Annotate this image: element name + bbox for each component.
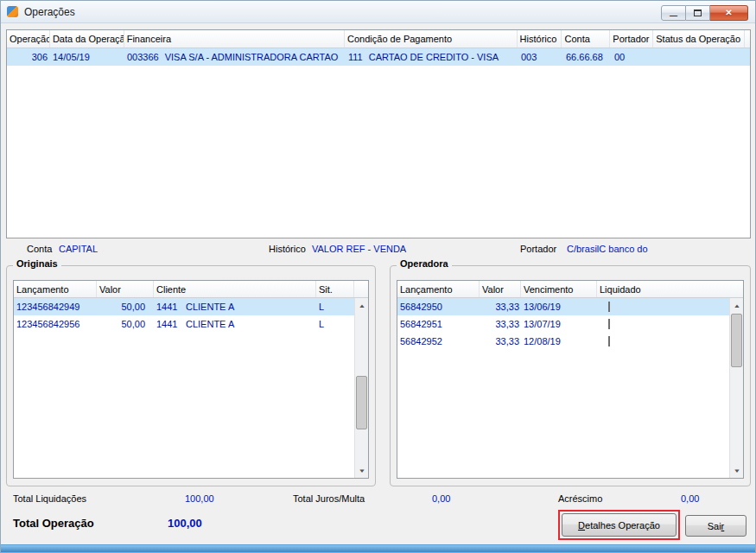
scroll-up-icon: ▲ <box>733 303 740 308</box>
cell-cliente-codigo: 1441 <box>156 319 186 329</box>
historico-label: Histórico <box>269 244 306 254</box>
column-header-status-operacao[interactable]: Status da Operação <box>653 30 745 48</box>
cell-condicao-codigo: 111 <box>348 52 363 62</box>
total-operacao-value: 100,00 <box>168 517 202 530</box>
operacoes-window: Operações — ✕ Operação Data da Operação … <box>0 0 756 553</box>
originais-table-body: 123456842949 50,00 1441CLIENTE A L 12345… <box>14 298 354 478</box>
total-juros-multa-value: 0,00 <box>432 493 450 504</box>
historico-value: VALOR REF - VENDA <box>312 244 406 254</box>
maximize-icon <box>694 10 702 16</box>
operation-row[interactable]: 306 14/05/19 003366VISA S/A - ADMINISTRA… <box>7 48 750 66</box>
column-header-valor[interactable]: Valor <box>480 281 521 297</box>
scrollbar-thumb[interactable] <box>356 376 367 429</box>
cell-financeira-codigo: 003366 <box>127 52 159 62</box>
close-button[interactable]: ✕ <box>710 5 748 21</box>
scroll-down-button[interactable]: ▼ <box>355 464 368 477</box>
maximize-button[interactable] <box>686 5 710 21</box>
cell-financeira: 003366VISA S/A - ADMINISTRADORA CARTAO <box>124 52 346 62</box>
conta-value: CAPITAL <box>59 244 98 254</box>
cell-lancamento: 56842951 <box>397 319 480 329</box>
operadora-table: Lançamento Valor Vencimento Liquidado 56… <box>397 280 744 479</box>
sair-label-accel: r <box>721 521 725 531</box>
cell-data-operacao: 14/05/19 <box>50 52 124 62</box>
selection-info-line: Conta CAPITAL Histórico VALOR REF - VEND… <box>1 244 755 257</box>
cell-valor: 33,33 <box>480 319 521 329</box>
cell-cliente-codigo: 1441 <box>156 302 186 312</box>
cell-condicao-pagamento: 111CARTAO DE CREDITO - VISA <box>346 52 518 62</box>
operations-table-header: Operação Data da Operação Financeira Con… <box>7 30 750 48</box>
cell-valor: 50,00 <box>97 302 154 312</box>
cell-sit: L <box>316 319 354 329</box>
column-header-lancamento[interactable]: Lançamento <box>14 281 97 297</box>
scroll-down-icon: ▼ <box>733 468 740 474</box>
column-header-historico[interactable]: Histórico <box>518 30 562 48</box>
liquidado-checkbox[interactable] <box>608 319 610 329</box>
originais-caption: Originais <box>13 258 61 269</box>
operadora-row[interactable]: 56842951 33,33 13/07/19 <box>397 315 729 333</box>
cell-financeira-nome: VISA S/A - ADMINISTRADORA CARTAO <box>165 52 339 62</box>
operations-table: Operação Data da Operação Financeira Con… <box>6 29 751 238</box>
cell-lancamento: 56842950 <box>397 302 480 312</box>
originais-row[interactable]: 123456842949 50,00 1441CLIENTE A L <box>14 298 354 315</box>
detalhes-operacao-button[interactable]: Detalhes Operação <box>562 513 677 537</box>
scroll-up-button[interactable]: ▲ <box>355 299 368 312</box>
cell-condicao-nome: CARTAO DE CREDITO - VISA <box>369 52 499 62</box>
operadora-row[interactable]: 56842952 33,33 12/08/19 <box>397 333 729 350</box>
detalhes-label-accel: D <box>578 520 585 531</box>
cell-conta: 66.66.68 <box>563 52 612 62</box>
originais-row[interactable]: 123456842956 50,00 1441CLIENTE A L <box>14 315 354 333</box>
cell-liquidado <box>597 302 729 312</box>
conta-label: Conta <box>27 244 52 254</box>
window-controls: — ✕ <box>661 5 748 21</box>
originais-groupbox: Originais Lançamento Valor Cliente Sit. … <box>6 265 376 486</box>
column-header-lancamento[interactable]: Lançamento <box>397 281 480 297</box>
column-header-financeira[interactable]: Financeira <box>124 30 345 48</box>
cell-historico: 003 <box>518 52 563 62</box>
column-header-conta[interactable]: Conta <box>562 30 610 48</box>
column-header-condicao-pagamento[interactable]: Condição de Pagamento <box>345 30 518 48</box>
total-liquidacoes-label: Total Liquidações <box>13 493 86 504</box>
column-header-data-operacao[interactable]: Data da Operação <box>50 30 124 48</box>
cell-lancamento: 56842952 <box>397 336 480 346</box>
sair-label-pre: Sai <box>708 521 721 531</box>
originais-vertical-scrollbar[interactable]: ▲ ▼ <box>354 298 368 478</box>
minimize-button[interactable]: — <box>661 5 686 21</box>
titlebar[interactable]: Operações — ✕ <box>1 1 755 23</box>
column-header-vencimento[interactable]: Vencimento <box>521 281 597 297</box>
scroll-up-button[interactable]: ▲ <box>730 299 743 312</box>
scrollbar-thumb[interactable] <box>731 314 742 367</box>
column-header-portador[interactable]: Portador <box>610 30 653 48</box>
originais-table-header: Lançamento Valor Cliente Sit. <box>14 281 368 298</box>
cell-valor: 50,00 <box>97 319 154 329</box>
cell-lancamento: 123456842949 <box>14 302 97 312</box>
cell-valor: 33,33 <box>480 302 521 312</box>
cell-vencimento: 12/08/19 <box>521 336 597 346</box>
liquidado-checkbox[interactable] <box>608 336 610 346</box>
scroll-down-button[interactable]: ▼ <box>730 464 743 477</box>
cell-cliente-nome: CLIENTE A <box>186 302 234 312</box>
cell-operacao: 306 <box>7 52 50 62</box>
minimize-icon: — <box>670 11 677 20</box>
cell-liquidado <box>597 336 729 346</box>
total-juros-multa-label: Total Juros/Multa <box>293 493 365 504</box>
liquidado-checkbox[interactable] <box>608 302 610 312</box>
column-header-cliente[interactable]: Cliente <box>154 281 316 297</box>
acrescimo-label: Acréscimo <box>558 493 602 504</box>
cell-valor: 33,33 <box>480 336 521 346</box>
detalhes-label-post: etalhes Operação <box>585 520 660 531</box>
operadora-row[interactable]: 56842950 33,33 13/06/19 <box>397 298 729 315</box>
column-header-valor[interactable]: Valor <box>97 281 154 297</box>
operadora-groupbox: Operadora Lançamento Valor Vencimento Li… <box>390 265 751 486</box>
window-title: Operações <box>24 6 75 18</box>
sair-button[interactable]: Sair <box>685 515 746 537</box>
column-header-operacao[interactable]: Operação <box>7 30 50 48</box>
column-header-sit[interactable]: Sit. <box>316 281 354 297</box>
total-operacao-label: Total Operação <box>13 517 94 530</box>
cell-sit: L <box>316 302 354 312</box>
acrescimo-value: 0,00 <box>681 493 699 504</box>
scroll-down-icon: ▼ <box>358 468 365 474</box>
cell-cliente-nome: CLIENTE A <box>186 319 234 329</box>
operadora-vertical-scrollbar[interactable]: ▲ ▼ <box>729 298 743 478</box>
close-icon: ✕ <box>725 9 732 17</box>
column-header-liquidado[interactable]: Liquidado <box>597 281 743 297</box>
